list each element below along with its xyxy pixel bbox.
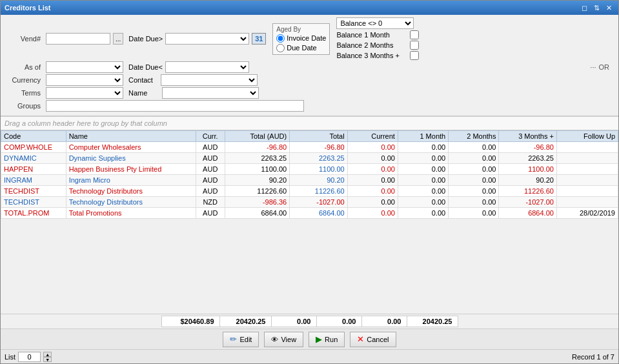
cell-m3: 6864.00 bbox=[499, 208, 556, 219]
col-header-1month[interactable]: 1 Month bbox=[398, 131, 448, 142]
invoice-date-radio[interactable] bbox=[276, 34, 285, 43]
cancel-button[interactable]: ✕ Cancel bbox=[350, 332, 396, 347]
list-input[interactable] bbox=[18, 352, 41, 362]
terms-select[interactable] bbox=[46, 87, 123, 99]
record-info: Record 1 of 7 bbox=[572, 353, 614, 361]
cell-current: 0.00 bbox=[347, 197, 398, 208]
table-row[interactable]: TECHDIST Technology Distributors NZD -98… bbox=[1, 197, 618, 208]
name-select[interactable] bbox=[162, 87, 259, 99]
footer-bar: $20460.89 20420.25 0.00 0.00 0.00 20420.… bbox=[1, 314, 618, 329]
balance-filter-select[interactable]: Balance <> 0 bbox=[336, 17, 414, 29]
due-date-label: Due Date bbox=[287, 44, 316, 52]
window-title: Creditors List bbox=[5, 4, 51, 12]
cell-curr: AUD bbox=[196, 153, 225, 164]
filter-row-4: Terms Name bbox=[5, 87, 614, 99]
spin-up-button[interactable]: ▲ bbox=[43, 352, 52, 357]
as-of-label: As of bbox=[5, 63, 43, 71]
cell-code: TECHDIST bbox=[1, 186, 66, 197]
col-header-total[interactable]: Total bbox=[290, 131, 347, 142]
cell-followup bbox=[556, 164, 618, 175]
close-button[interactable]: ✕ bbox=[604, 4, 614, 12]
cell-name: Total Promotions bbox=[66, 208, 196, 219]
run-button[interactable]: ▶ Run bbox=[309, 332, 345, 347]
view-button[interactable]: 👁 View bbox=[264, 332, 303, 347]
footer-m1: 0.00 bbox=[316, 316, 361, 327]
cell-code: TOTAL.PROM bbox=[1, 208, 66, 219]
table-row[interactable]: COMP.WHOLE Computer Wholesalers AUD -96.… bbox=[1, 142, 618, 153]
cell-current: 0.00 bbox=[347, 175, 398, 186]
cancel-label: Cancel bbox=[367, 336, 389, 343]
groups-input[interactable] bbox=[46, 100, 304, 112]
ellipsis-or: ··· bbox=[590, 63, 596, 71]
title-bar: Creditors List ◻ ⇅ ✕ bbox=[1, 1, 618, 15]
col-header-current[interactable]: Current bbox=[347, 131, 398, 142]
balance-3-months-checkbox[interactable] bbox=[410, 51, 419, 60]
as-of-select[interactable] bbox=[46, 61, 123, 73]
restore-button[interactable]: ◻ bbox=[579, 4, 590, 12]
balance-1-month-checkbox[interactable] bbox=[410, 30, 419, 39]
currency-select[interactable] bbox=[46, 74, 123, 86]
cell-m3: 11226.60 bbox=[499, 186, 556, 197]
balance-2-months-checkbox[interactable] bbox=[410, 41, 419, 50]
footer-current: 0.00 bbox=[271, 316, 316, 327]
cell-followup bbox=[556, 186, 618, 197]
list-label: List bbox=[5, 353, 15, 361]
cell-total: 6864.00 bbox=[290, 208, 347, 219]
cell-code: HAPPEN bbox=[1, 164, 66, 175]
footer-m3: 20420.25 bbox=[407, 316, 458, 327]
table-body: COMP.WHOLE Computer Wholesalers AUD -96.… bbox=[1, 142, 618, 219]
cell-m2: 0.00 bbox=[449, 186, 499, 197]
cell-m2: 0.00 bbox=[449, 175, 499, 186]
table-row[interactable]: HAPPEN Happen Business Pty Limited AUD 1… bbox=[1, 164, 618, 175]
name-label: Name bbox=[128, 89, 147, 97]
col-header-name[interactable]: Name bbox=[66, 131, 196, 142]
col-header-code[interactable]: Code bbox=[1, 131, 66, 142]
table-row[interactable]: INGRAM Ingram Micro AUD 90.20 90.20 0.00… bbox=[1, 175, 618, 186]
cell-total-aud: 90.20 bbox=[225, 175, 290, 186]
date-due-gt-select[interactable] bbox=[165, 33, 249, 45]
col-header-3months[interactable]: 3 Months + bbox=[499, 131, 556, 142]
cell-total-aud: 2263.25 bbox=[225, 153, 290, 164]
radio-group: Invoice Date Due Date bbox=[276, 34, 326, 52]
table-header-row: Code Name Curr. Total (AUD) Total Curren… bbox=[1, 131, 618, 142]
col-header-2months[interactable]: 2 Months bbox=[449, 131, 499, 142]
spin-down-button[interactable]: ▼ bbox=[43, 357, 52, 362]
aged-by-label: Aged By bbox=[276, 26, 326, 33]
col-header-total-aud[interactable]: Total (AUD) bbox=[225, 131, 290, 142]
edit-icon: ✏ bbox=[230, 334, 237, 344]
date-due-lt-select[interactable] bbox=[165, 61, 249, 73]
table-row[interactable]: TOTAL.PROM Total Promotions AUD 6864.00 … bbox=[1, 208, 618, 219]
cell-name: Ingram Micro bbox=[66, 175, 196, 186]
move-button[interactable]: ⇅ bbox=[591, 4, 602, 12]
cell-code: COMP.WHOLE bbox=[1, 142, 66, 153]
vend-ellipsis-button[interactable]: ... bbox=[113, 33, 123, 45]
contact-label: Contact bbox=[128, 76, 153, 84]
cell-m3: 90.20 bbox=[499, 175, 556, 186]
filter-area: Vend# ... Date Due> 31 Aged By Invoice D… bbox=[1, 15, 618, 116]
cell-current: 0.00 bbox=[347, 208, 398, 219]
date-due-gt-label: Date Due> bbox=[128, 35, 163, 43]
cell-followup bbox=[556, 142, 618, 153]
col-header-curr[interactable]: Curr. bbox=[196, 131, 225, 142]
date-due-lt-label: Date Due< bbox=[128, 63, 163, 71]
cell-curr: AUD bbox=[196, 175, 225, 186]
due-date-radio[interactable] bbox=[276, 44, 285, 52]
aged-by-section: Aged By Invoice Date Due Date bbox=[272, 23, 330, 55]
edit-button[interactable]: ✏ Edit bbox=[223, 332, 259, 347]
run-label: Run bbox=[325, 336, 338, 343]
cell-curr: NZD bbox=[196, 197, 225, 208]
cell-m1: 0.00 bbox=[398, 164, 448, 175]
contact-select[interactable] bbox=[161, 74, 258, 86]
footer-totals: $20460.89 20420.25 0.00 0.00 0.00 20420.… bbox=[161, 316, 458, 327]
vend-input[interactable] bbox=[46, 33, 110, 45]
table-row[interactable]: TECHDIST Technology Distributors AUD 112… bbox=[1, 186, 618, 197]
status-left: List ▲ ▼ bbox=[5, 352, 52, 362]
cell-total-aud: 6864.00 bbox=[225, 208, 290, 219]
footer-total-aud: $20460.89 bbox=[161, 316, 219, 327]
cell-name: Dynamic Supplies bbox=[66, 153, 196, 164]
balance-2-months-row: Balance 2 Months bbox=[336, 41, 419, 50]
table-row[interactable]: DYNAMIC Dynamic Supplies AUD 2263.25 226… bbox=[1, 153, 618, 164]
balance-2-months-label: Balance 2 Months bbox=[336, 41, 407, 49]
calendar-button[interactable]: 31 bbox=[252, 33, 266, 45]
col-header-followup[interactable]: Follow Up bbox=[556, 131, 618, 142]
